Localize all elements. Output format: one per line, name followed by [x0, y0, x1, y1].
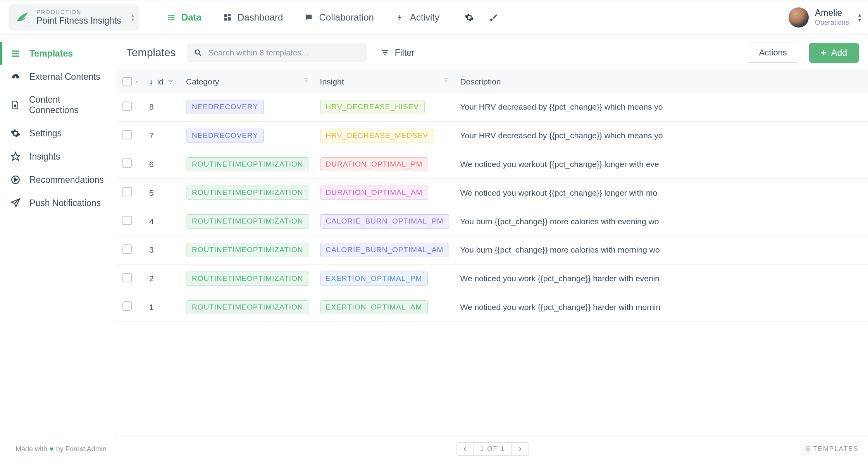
row-checkbox[interactable]	[122, 101, 132, 111]
svg-rect-22	[168, 80, 173, 80]
user-name-label: Amelie	[815, 8, 849, 19]
sidebar-item-recommendations[interactable]: Recommendations	[0, 168, 117, 191]
pager-next-button[interactable]	[512, 443, 529, 455]
row-checkbox[interactable]	[122, 273, 132, 282]
svg-line-18	[199, 54, 201, 56]
cell-description: Your HRV decreased by {{pct_change}} whi…	[455, 93, 868, 122]
nav-tab-data[interactable]: Data	[167, 12, 202, 23]
table-row[interactable]: 8NEEDRECOVERYHRV_DECREASE_HISEVYour HRV …	[117, 93, 868, 122]
filter-icon[interactable]	[443, 77, 449, 83]
filter-icon[interactable]	[167, 79, 174, 85]
nav-tab-collaboration[interactable]: Collaboration	[304, 12, 374, 23]
svg-rect-9	[224, 18, 227, 21]
add-button[interactable]: + Add	[809, 43, 859, 63]
row-checkbox[interactable]	[122, 130, 132, 139]
chevron-up-down-icon: ▴▾	[858, 12, 861, 22]
nav-tab-label: Collaboration	[319, 12, 374, 23]
main-content: Templates Filter Actions + Add	[117, 35, 868, 461]
cell-id: 6	[144, 150, 181, 179]
cloud-download-icon	[10, 71, 21, 82]
table-row[interactable]: 1ROUTINETIMEOPTIMIZATIONEXERTION_OPTIMAL…	[117, 293, 868, 322]
insight-pill: EXERTION_OPTIMAL_PM	[320, 272, 428, 286]
sidebar-item-templates[interactable]: Templates	[0, 42, 117, 65]
gear-icon	[10, 128, 21, 139]
column-header-id[interactable]: ↓ id	[144, 71, 181, 93]
svg-rect-21	[384, 55, 386, 55]
svg-marker-16	[15, 178, 17, 182]
column-header-insight[interactable]: Insight	[315, 71, 455, 93]
pager-prev-button[interactable]	[456, 443, 474, 455]
row-checkbox[interactable]	[122, 187, 132, 196]
filter-button[interactable]: Filter	[381, 48, 415, 58]
cell-id: 4	[144, 207, 181, 236]
table: ▾ ↓ id	[117, 71, 868, 437]
svg-rect-7	[228, 14, 231, 16]
cell-id: 8	[144, 93, 181, 122]
nav-tab-activity[interactable]: Activity	[395, 12, 439, 23]
row-checkbox[interactable]	[122, 244, 132, 254]
insight-pill: HRV_DECREASE_HISEV	[320, 100, 425, 114]
col-category-label: Category	[186, 77, 219, 86]
insight-pill: DURATION_OPTIMAL_AM	[320, 186, 429, 200]
dashboard-icon	[223, 13, 232, 22]
footer-prefix: Made with	[16, 445, 47, 453]
table-row[interactable]: 4ROUTINETIMEOPTIMIZATIONCALORIE_BURN_OPT…	[117, 207, 868, 236]
brush-icon[interactable]	[489, 13, 498, 22]
column-header-description[interactable]: Description	[455, 71, 868, 93]
sidebar-item-label: Templates	[29, 48, 73, 59]
cell-description: You burn {{pct_change}} more calories wi…	[455, 207, 868, 236]
checkbox-icon[interactable]	[122, 77, 132, 86]
sidebar-item-settings[interactable]: Settings	[0, 122, 117, 145]
category-pill: ROUTINETIMEOPTIMIZATION	[186, 243, 309, 257]
avatar	[789, 7, 809, 28]
sidebar-item-insights[interactable]: Insights	[0, 145, 117, 168]
actions-button[interactable]: Actions	[748, 43, 798, 63]
table-row[interactable]: 6ROUTINETIMEOPTIMIZATIONDURATION_OPTIMAL…	[117, 150, 868, 179]
cell-description: We noticed you work {{pct_change}} harde…	[455, 264, 868, 293]
svg-rect-26	[305, 80, 308, 80]
svg-rect-30	[445, 81, 447, 82]
svg-rect-23	[169, 81, 172, 82]
column-header-checkbox[interactable]: ▾	[117, 71, 144, 93]
svg-rect-2	[168, 17, 170, 18]
col-description-label: Description	[460, 77, 501, 86]
user-role-label: Operations	[815, 19, 849, 27]
heart-icon: ♥	[50, 445, 54, 453]
row-checkbox[interactable]	[122, 158, 132, 168]
row-checkbox[interactable]	[122, 301, 132, 311]
user-menu[interactable]: Amelie Operations ▴▾	[789, 7, 861, 28]
sort-desc-icon: ↓	[149, 77, 153, 86]
table-row[interactable]: 7NEEDRECOVERYHRV_DECREASE_MEDSEVYour HRV…	[117, 121, 868, 150]
nav-tab-label: Dashboard	[238, 12, 283, 23]
cell-description: We noticed you workout {{pct_change}} lo…	[455, 150, 868, 179]
sidebar-item-content-connections[interactable]: Content Connections	[0, 88, 117, 122]
svg-marker-14	[11, 152, 20, 160]
table-row[interactable]: 5ROUTINETIMEOPTIMIZATIONDURATION_OPTIMAL…	[117, 179, 868, 207]
svg-rect-25	[304, 78, 308, 79]
star-icon	[10, 151, 21, 162]
cell-description: We noticed you work {{pct_change}} harde…	[455, 293, 868, 322]
gear-icon[interactable]	[465, 13, 474, 22]
category-pill: NEEDRECOVERY	[186, 129, 264, 143]
table-row[interactable]: 2ROUTINETIMEOPTIMIZATIONEXERTION_OPTIMAL…	[117, 264, 868, 293]
category-pill: NEEDRECOVERY	[186, 100, 264, 114]
sidebar-item-label: External Contents	[29, 72, 100, 82]
insight-pill: EXERTION_OPTIMAL_AM	[320, 300, 428, 315]
project-switcher[interactable]: PRODUCTION Point Fitness Insights ▴▾	[9, 4, 140, 31]
brand-logo-icon	[14, 9, 31, 26]
column-header-category[interactable]: Category	[181, 71, 315, 93]
sidebar-item-external-contents[interactable]: External Contents	[0, 65, 117, 88]
table-row[interactable]: 3ROUTINETIMEOPTIMIZATIONCALORIE_BURN_OPT…	[117, 236, 868, 264]
search-input[interactable]	[208, 48, 360, 57]
cell-description: Your HRV decreased by {{pct_change}} whi…	[455, 121, 868, 150]
filter-icon[interactable]	[303, 77, 309, 83]
search-box[interactable]	[187, 43, 367, 62]
sidebar-item-push-notifications[interactable]: Push Notifications	[0, 191, 117, 215]
filter-icon	[381, 48, 389, 57]
cell-id: 2	[144, 264, 181, 293]
sidebar-item-label: Settings	[29, 128, 62, 139]
nav-tab-dashboard[interactable]: Dashboard	[223, 12, 283, 23]
svg-rect-4	[168, 19, 170, 21]
row-checkbox[interactable]	[122, 216, 132, 225]
sidebar-item-label: Push Notifications	[29, 198, 101, 208]
